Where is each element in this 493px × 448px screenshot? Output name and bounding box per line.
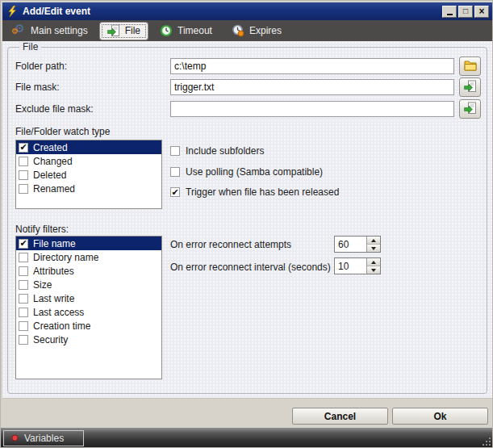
checkbox[interactable] [19, 294, 28, 304]
reconnect-attempts-label: On error reconnect attempts [170, 239, 291, 250]
reconnect-interval-label: On error reconnect interval (seconds) [170, 262, 331, 273]
list-item-label: Deleted [33, 170, 66, 181]
close-icon: × [478, 6, 484, 16]
exclude-mask-helper-button[interactable] [459, 99, 481, 119]
arrow-up-icon [371, 261, 376, 264]
spin-up-button[interactable] [367, 258, 380, 266]
spinner-value[interactable]: 60 [335, 237, 366, 252]
list-item-last-write[interactable]: Last write [16, 291, 161, 305]
checkbox[interactable]: ✔ [170, 187, 180, 197]
tab-expires[interactable]: Expires [224, 23, 289, 40]
reconnect-interval-spinner[interactable]: 10 [334, 257, 381, 274]
file-mask-input[interactable] [170, 79, 454, 95]
list-item-created[interactable]: ✔ Created [16, 140, 161, 154]
list-item-label: Last write [33, 293, 74, 304]
clock-orange-icon [232, 24, 244, 37]
list-item-security[interactable]: Security [16, 333, 161, 346]
list-item-size[interactable]: Size [16, 278, 161, 291]
checkbox[interactable] [19, 308, 28, 317]
list-item-label: Changed [33, 156, 73, 167]
include-subfolders-checkbox[interactable]: Include subfolders [170, 145, 264, 157]
close-button[interactable]: × [474, 6, 489, 18]
checkbox-label: Include subfolders [186, 145, 264, 157]
file-go-icon [464, 102, 477, 117]
file-go-icon [464, 80, 477, 95]
checkbox[interactable] [19, 335, 28, 345]
list-item-attributes[interactable]: Attributes [16, 264, 161, 278]
list-item-changed[interactable]: Changed [16, 154, 161, 168]
tab-main-settings[interactable]: ⚙⚙ Main settings [6, 23, 95, 40]
checkbox[interactable]: ✔ [19, 143, 28, 153]
checkbox-label: Trigger when file has been released [186, 186, 339, 198]
variables-button[interactable]: Variables [3, 430, 84, 446]
notify-filters-listbox: ✔ File name Directory name Attributes Si… [15, 236, 162, 379]
list-item-last-access[interactable]: Last access [16, 305, 161, 319]
watch-type-label: File/Folder watch type [15, 126, 110, 137]
file-mask-label: File mask: [15, 82, 60, 93]
folder-path-input[interactable] [170, 58, 454, 74]
browse-folder-button[interactable] [459, 57, 481, 76]
tab-file[interactable]: File [100, 23, 148, 40]
status-bar: Variables [1, 427, 493, 448]
file-tab-panel: File Folder path: File mask: [2, 41, 492, 398]
tab-label: File [125, 25, 140, 36]
list-item-label: Last access [33, 307, 84, 318]
list-item-label: Directory name [33, 252, 98, 263]
lightning-icon [6, 5, 19, 18]
checkbox[interactable] [19, 170, 28, 180]
list-item-file-name[interactable]: ✔ File name [16, 237, 161, 250]
spin-down-button[interactable] [367, 244, 380, 252]
checkbox[interactable] [19, 184, 28, 194]
checkbox[interactable] [19, 266, 28, 276]
gears-icon: ⚙⚙ [13, 24, 26, 37]
list-item-deleted[interactable]: Deleted [16, 168, 161, 182]
folder-path-label: Folder path: [15, 61, 67, 72]
exclude-file-mask-label: Exclude file mask: [15, 103, 94, 115]
trigger-released-checkbox[interactable]: ✔ Trigger when file has been released [170, 186, 339, 198]
variables-label: Variables [24, 433, 64, 444]
use-polling-checkbox[interactable]: Use polling (Samba compatible) [170, 166, 323, 178]
arrow-up-icon [371, 239, 376, 242]
list-item-label: Security [33, 334, 68, 345]
arrow-down-icon [371, 247, 376, 250]
list-item-creation-time[interactable]: Creation time [16, 319, 161, 333]
list-item-renamed[interactable]: Renamed [16, 182, 161, 195]
cancel-button[interactable]: Cancel [292, 408, 388, 425]
resize-grip-icon[interactable] [489, 444, 491, 446]
ok-button[interactable]: Ok [392, 408, 488, 425]
list-item-label: Attributes [33, 266, 74, 277]
list-item-label: Creation time [33, 320, 90, 332]
checkbox[interactable] [170, 167, 180, 177]
notify-filters-label: Notify filters: [15, 224, 69, 235]
list-item-label: Created [33, 142, 68, 153]
minimize-icon [447, 14, 453, 15]
groupbox-title: File [19, 41, 41, 52]
watch-type-listbox: ✔ Created Changed Deleted Renamed [15, 140, 162, 209]
tab-timeout[interactable]: Timeout [152, 23, 219, 40]
clock-green-icon [160, 24, 173, 37]
checkbox[interactable] [19, 253, 28, 262]
tab-label: Timeout [178, 25, 212, 36]
file-mask-helper-button[interactable] [459, 77, 481, 97]
minimize-button[interactable] [442, 6, 457, 18]
spinner-value[interactable]: 10 [335, 258, 366, 274]
checkbox-label: Use polling (Samba compatible) [186, 166, 323, 178]
spin-down-button[interactable] [367, 266, 380, 274]
tab-label: Expires [249, 25, 282, 36]
titlebar[interactable]: Add/Edit event □ × [2, 2, 492, 20]
maximize-button[interactable]: □ [458, 6, 473, 18]
file-go-icon [107, 24, 120, 37]
checkbox[interactable] [19, 321, 28, 331]
tab-label: Main settings [31, 25, 88, 36]
checkbox[interactable]: ✔ [19, 239, 28, 249]
checkbox[interactable] [170, 146, 180, 156]
checkbox[interactable] [19, 157, 28, 166]
reconnect-attempts-spinner[interactable]: 60 [334, 236, 381, 253]
list-item-directory-name[interactable]: Directory name [16, 250, 161, 264]
window-title: Add/Edit event [23, 6, 442, 17]
checkbox[interactable] [19, 280, 28, 290]
spin-up-button[interactable] [367, 237, 380, 244]
maximize-icon: □ [463, 7, 468, 15]
button-row: Cancel Ok [2, 398, 492, 427]
exclude-file-mask-input[interactable] [170, 101, 454, 117]
